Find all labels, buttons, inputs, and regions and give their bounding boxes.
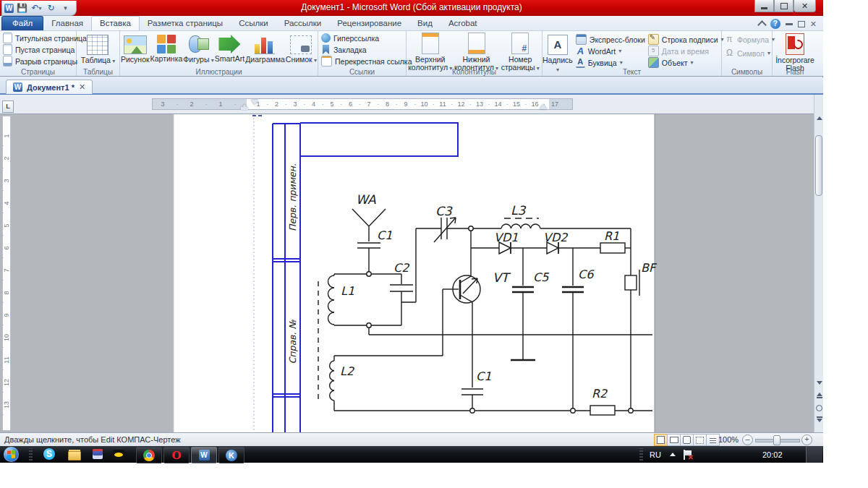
show-desktop-button[interactable] — [806, 446, 822, 463]
label-vd1: VD1 — [494, 231, 518, 244]
minimize-ribbon-icon[interactable] — [757, 20, 767, 30]
page-number-button[interactable]: Номер страницы — [500, 33, 540, 72]
zoom-slider-thumb[interactable] — [773, 435, 780, 445]
undo-button[interactable]: ↶ — [30, 2, 43, 14]
clipart-button[interactable]: Картинка — [150, 33, 183, 63]
tray-expand-icon[interactable] — [670, 446, 676, 463]
bookmark-button[interactable]: Закладка — [320, 44, 404, 55]
select-browse-object-button[interactable] — [815, 405, 823, 411]
wordart-button[interactable]: AWordArt — [574, 46, 644, 56]
picture-button[interactable]: Рисунок — [121, 33, 150, 64]
cross-reference-button[interactable]: Перекрестная ссылка — [320, 56, 404, 67]
fullscreen-reading-view-button[interactable] — [667, 434, 681, 446]
symbol-button[interactable]: ΩСимвол — [723, 48, 770, 59]
date-time-button[interactable]: 5Дата и время — [647, 46, 722, 56]
document-tab-bar: W Документ1 * ✕ — [0, 77, 823, 95]
label-r1: R1 — [604, 229, 619, 243]
text-box-icon: A — [548, 35, 568, 55]
folder-icon[interactable] — [68, 448, 81, 461]
outline-view-button[interactable] — [693, 434, 707, 446]
tab-file[interactable]: Файл — [1, 16, 43, 30]
start-button[interactable] — [4, 447, 19, 462]
tab-page-layout[interactable]: Разметка страницы — [140, 17, 231, 30]
document-canvas[interactable]: Перв. примен. Справ. № — [0, 114, 814, 433]
action-center-flag-icon[interactable]: ✕ — [683, 446, 692, 463]
tab-acrobat[interactable]: Acrobat — [441, 17, 485, 30]
shapes-button[interactable]: Фигуры — [183, 33, 213, 64]
zoom-level[interactable]: 100% — [718, 435, 739, 444]
header-button[interactable]: Верхний колонтитул — [408, 33, 453, 72]
signature-line-button[interactable]: Строка подписи — [647, 34, 722, 45]
label-l3: L3 — [511, 203, 526, 218]
right-indent-marker[interactable] — [540, 104, 547, 109]
document-tab-label: Документ1 * — [27, 83, 75, 92]
drop-cap-button[interactable]: AБуквица — [574, 57, 644, 68]
screenshot-button[interactable]: Снимок — [286, 33, 317, 64]
footer-button[interactable]: Нижний колонтитул — [454, 33, 499, 72]
page-break-button[interactable]: Разрыв страницы — [1, 56, 75, 67]
tab-insert[interactable]: Вставка — [91, 16, 140, 30]
kompas-taskbar-button[interactable]: K — [218, 447, 244, 463]
kompas-icon: K — [226, 450, 237, 461]
symbol-icon: Ω — [725, 48, 734, 58]
kompas-drawing-object[interactable]: Перв. примен. Справ. № — [0, 114, 814, 433]
clock[interactable]: 20:02 — [762, 446, 783, 463]
cover-page-button[interactable]: Титульная страница — [1, 33, 75, 43]
tab-home[interactable]: Главная — [43, 17, 91, 30]
scrollbar-thumb[interactable] — [815, 135, 822, 196]
zoom-out-button[interactable]: – — [742, 435, 753, 445]
smartart-button[interactable]: SmartArt — [215, 33, 244, 63]
first-line-indent-marker[interactable] — [251, 100, 258, 105]
tab-stop-selector[interactable]: L — [2, 100, 14, 113]
cross-reference-icon — [321, 56, 332, 67]
doc-minimize-icon[interactable] — [786, 23, 793, 25]
language-indicator[interactable]: RU — [650, 446, 661, 463]
minimize-button[interactable] — [754, 0, 774, 12]
web-layout-view-button[interactable] — [680, 434, 694, 446]
smartart-icon — [218, 35, 240, 53]
document-tab[interactable]: W Документ1 * ✕ — [6, 80, 93, 94]
word-app-icon[interactable]: W — [4, 4, 14, 13]
tab-review[interactable]: Рецензирование — [329, 17, 409, 30]
incorporare-flash-button[interactable]: İncorporare Flash — [774, 33, 816, 72]
v-scrollbar[interactable] — [814, 95, 823, 432]
doc-close-icon[interactable]: ✕ — [810, 20, 817, 29]
close-tab-icon[interactable]: ✕ — [79, 82, 85, 92]
scroll-up-icon[interactable] — [815, 116, 823, 120]
chart-button[interactable]: Диаграмма — [245, 33, 285, 64]
floppy-app-icon[interactable] — [91, 448, 104, 461]
help-icon[interactable]: ? — [770, 19, 780, 29]
left-indent-marker[interactable] — [241, 107, 248, 110]
status-bar: Дважды щелкните, чтобы Edit КОМПАС-Черте… — [0, 432, 823, 446]
previous-page-button[interactable] — [815, 393, 823, 398]
label-c2: C2 — [393, 261, 410, 275]
tab-view[interactable]: Вид — [409, 17, 441, 30]
frame-label-sprav-no: Справ. № — [287, 320, 298, 364]
save-button[interactable]: 💾 — [16, 2, 28, 14]
scroll-down-icon[interactable] — [815, 381, 823, 385]
object-button[interactable]: Объект — [647, 57, 722, 68]
hyperlink-button[interactable]: Гиперссылка — [320, 33, 404, 43]
table-button[interactable]: Таблица — [81, 33, 115, 65]
qat-customize-button[interactable]: ▾ — [59, 2, 72, 14]
tab-references[interactable]: Ссылки — [231, 17, 276, 30]
doc-restore-icon[interactable] — [798, 21, 805, 27]
skype-icon[interactable]: S — [43, 448, 56, 461]
close-button[interactable]: ✕ — [793, 0, 816, 12]
date-time-icon: 5 — [648, 46, 659, 56]
label-l1: L1 — [341, 284, 354, 298]
equation-icon: π — [725, 35, 734, 44]
zoom-in-button[interactable]: + — [801, 435, 812, 445]
next-page-button[interactable] — [815, 416, 823, 422]
batman-app-icon[interactable] — [113, 448, 126, 461]
opera-taskbar-button[interactable]: O — [163, 447, 190, 463]
quick-parts-button[interactable]: Экспресс-блоки — [574, 34, 644, 45]
word-taskbar-button[interactable]: W — [191, 447, 217, 463]
restore-button[interactable] — [774, 0, 793, 12]
chrome-taskbar-button[interactable] — [136, 447, 162, 463]
blank-page-button[interactable]: Пустая страница — [1, 44, 75, 55]
redo-button[interactable]: ↻ — [45, 2, 57, 14]
equation-button[interactable]: πФормула — [723, 34, 770, 45]
print-layout-view-button[interactable] — [654, 434, 668, 446]
tab-mailings[interactable]: Рассылки — [276, 17, 330, 30]
